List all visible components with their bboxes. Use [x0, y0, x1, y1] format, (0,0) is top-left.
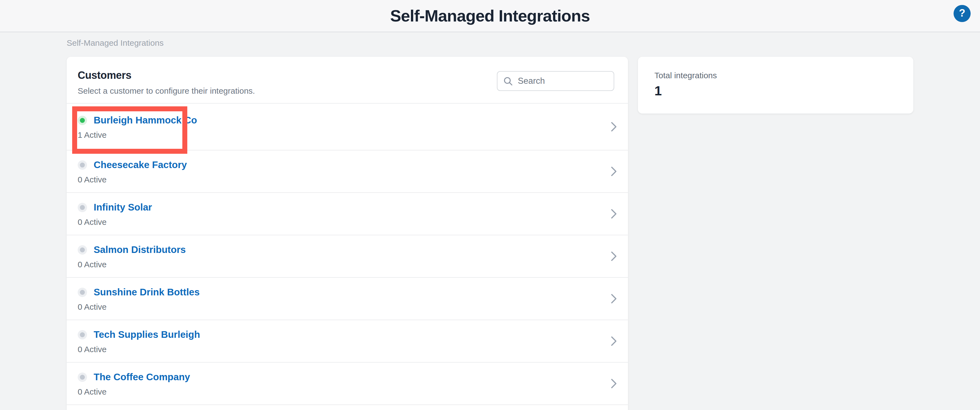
customer-active-count: 0 Active: [78, 259, 186, 269]
customer-row-main: Sunshine Drink Bottles 0 Active: [78, 286, 200, 311]
customer-row[interactable]: Burleigh Hammock Co 1 Active: [67, 104, 628, 150]
customer-name-link[interactable]: Burleigh Hammock Co: [94, 114, 197, 126]
search-box[interactable]: [497, 71, 614, 91]
customer-active-count: 0 Active: [78, 386, 190, 396]
customer-name-link[interactable]: Infinity Solar: [94, 201, 152, 213]
status-dot-icon: [78, 245, 87, 254]
customer-row[interactable]: The Coffee Company 0 Active: [67, 363, 628, 405]
help-button[interactable]: ?: [953, 5, 970, 22]
customers-card: Customers Select a customer to configure…: [67, 57, 628, 410]
customer-list: Burleigh Hammock Co 1 Active Cheesecake …: [67, 103, 628, 405]
chevron-right-icon: [611, 166, 617, 176]
customer-row-main: Tech Supplies Burleigh 0 Active: [78, 329, 200, 354]
customer-row[interactable]: Infinity Solar 0 Active: [67, 193, 628, 235]
status-dot-icon: [78, 330, 87, 339]
customer-active-count: 0 Active: [78, 217, 152, 226]
customer-active-count: 0 Active: [78, 174, 187, 184]
customer-row-main: Burleigh Hammock Co 1 Active: [78, 114, 197, 139]
status-dot-icon: [78, 115, 87, 125]
customer-row-main: Salmon Distributors 0 Active: [78, 244, 186, 269]
status-dot-icon: [78, 287, 87, 297]
chevron-right-icon: [611, 122, 617, 132]
page-title: Self-Managed Integrations: [390, 6, 590, 25]
customer-row[interactable]: Cheesecake Factory 0 Active: [67, 150, 628, 193]
breadcrumb-item-current: Self-Managed Integrations: [67, 38, 164, 47]
customer-name-link[interactable]: Cheesecake Factory: [94, 159, 187, 171]
chevron-right-icon: [611, 336, 617, 346]
customer-row-main: Infinity Solar 0 Active: [78, 201, 152, 226]
content-area: Customers Select a customer to configure…: [67, 57, 913, 410]
chevron-right-icon: [611, 209, 617, 219]
customer-active-count: 0 Active: [78, 302, 200, 311]
customer-row-main: Cheesecake Factory 0 Active: [78, 159, 187, 184]
breadcrumb: Self-Managed Integrations: [67, 32, 913, 48]
search-input[interactable]: [518, 76, 608, 86]
page-body: Self-Managed Integrations Customers Sele…: [0, 32, 980, 410]
chevron-right-icon: [611, 294, 617, 304]
customer-active-count: 0 Active: [78, 344, 200, 354]
status-dot-icon: [78, 203, 87, 212]
customer-name-link[interactable]: Salmon Distributors: [94, 244, 186, 255]
customer-name-link[interactable]: Sunshine Drink Bottles: [94, 286, 200, 298]
status-dot-icon: [78, 160, 87, 169]
customer-row-main: The Coffee Company 0 Active: [78, 371, 190, 396]
question-mark-icon: ?: [959, 7, 965, 19]
customer-name-link[interactable]: The Coffee Company: [94, 371, 190, 383]
total-integrations-card: Total integrations 1: [638, 57, 913, 113]
search-icon: [503, 76, 513, 86]
customer-row[interactable]: Salmon Distributors 0 Active: [67, 235, 628, 278]
customer-row[interactable]: Tech Supplies Burleigh 0 Active: [67, 320, 628, 363]
customer-row[interactable]: Sunshine Drink Bottles 0 Active: [67, 278, 628, 320]
app-header: Self-Managed Integrations ?: [0, 0, 980, 32]
total-integrations-label: Total integrations: [654, 70, 897, 80]
customer-name-link[interactable]: Tech Supplies Burleigh: [94, 329, 200, 340]
chevron-right-icon: [611, 378, 617, 389]
app-window: Self-Managed Integrations ? Self-Managed…: [0, 0, 980, 410]
total-integrations-value: 1: [654, 83, 897, 99]
chevron-right-icon: [611, 251, 617, 261]
customers-card-header: Customers Select a customer to configure…: [67, 57, 628, 103]
status-dot-icon: [78, 372, 87, 381]
customer-active-count: 1 Active: [78, 130, 197, 139]
